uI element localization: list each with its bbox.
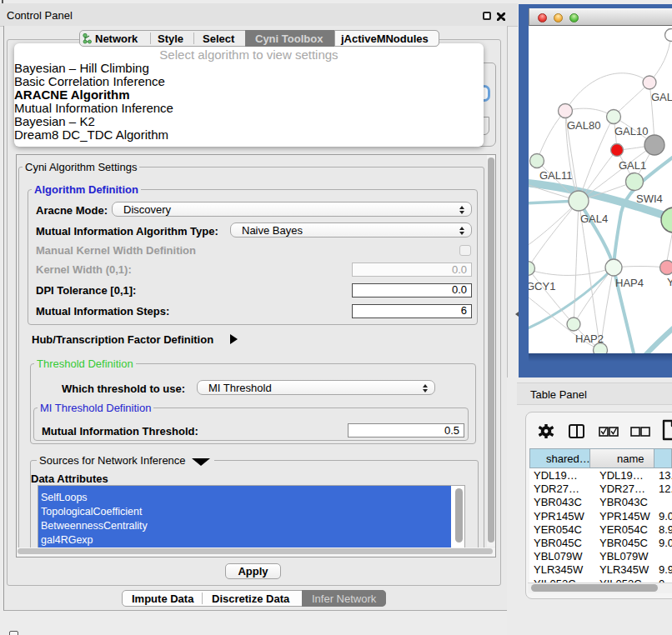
svg-text:GAL: GAL bbox=[651, 91, 672, 103]
svg-text:Y: Y bbox=[667, 276, 672, 288]
svg-text:HAP4: HAP4 bbox=[615, 277, 644, 289]
svg-text:GCY1: GCY1 bbox=[529, 280, 555, 292]
svg-text:SWI4: SWI4 bbox=[636, 192, 663, 205]
svg-text:GAL10: GAL10 bbox=[614, 125, 648, 138]
svg-text:GAL4: GAL4 bbox=[580, 212, 608, 225]
svg-text:GAL1: GAL1 bbox=[619, 159, 646, 172]
svg-text:GAL11: GAL11 bbox=[539, 169, 573, 182]
svg-text:HAP2: HAP2 bbox=[575, 332, 604, 345]
svg-text:GAL80: GAL80 bbox=[567, 119, 600, 132]
